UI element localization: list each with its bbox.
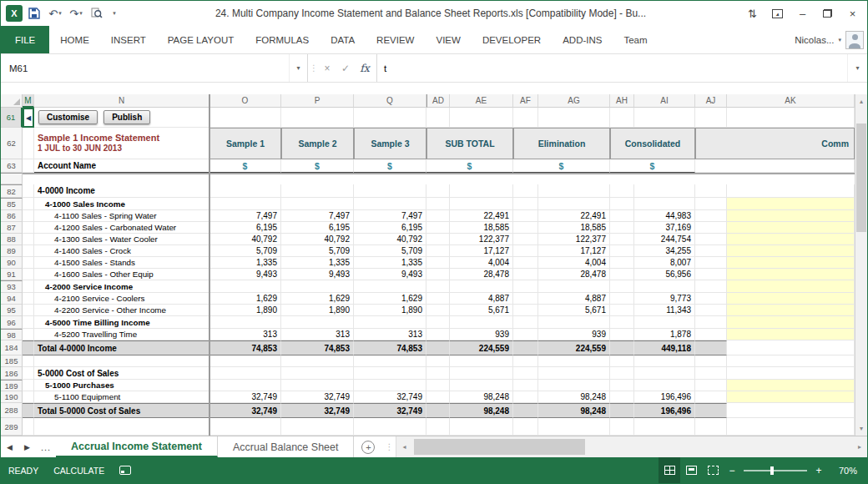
cell[interactable] bbox=[727, 355, 855, 367]
report-column-header[interactable]: Elimination bbox=[513, 128, 610, 159]
cell[interactable] bbox=[354, 184, 426, 198]
cell[interactable] bbox=[513, 222, 538, 234]
account-cell[interactable]: 4-2200 Service - Other Income bbox=[34, 305, 209, 316]
cell[interactable] bbox=[281, 418, 354, 436]
report-column-header[interactable]: Sample 1 bbox=[209, 128, 281, 159]
value-cell[interactable]: 1,629 bbox=[281, 293, 354, 305]
cell[interactable] bbox=[209, 355, 281, 367]
cell[interactable] bbox=[23, 316, 34, 329]
dollar-cell[interactable]: $ bbox=[209, 159, 281, 173]
cell[interactable] bbox=[513, 316, 538, 329]
value-cell[interactable]: 32,749 bbox=[354, 391, 426, 403]
cell[interactable] bbox=[634, 198, 695, 210]
row-header[interactable]: 93 bbox=[1, 280, 23, 293]
value-cell[interactable]: 28,478 bbox=[450, 269, 513, 280]
value-cell[interactable]: 56,956 bbox=[634, 269, 695, 280]
total-value-cell[interactable]: 74,853 bbox=[209, 340, 281, 355]
cell[interactable] bbox=[23, 257, 34, 269]
value-cell[interactable]: 34,255 bbox=[634, 245, 695, 257]
value-cell[interactable]: 40,792 bbox=[209, 234, 281, 245]
column-header-AJ[interactable]: AJ bbox=[695, 94, 727, 108]
cell[interactable] bbox=[281, 280, 354, 293]
cell[interactable] bbox=[354, 367, 426, 380]
comment-cell[interactable] bbox=[727, 380, 855, 391]
comment-cell[interactable] bbox=[727, 257, 855, 269]
cell[interactable] bbox=[23, 245, 34, 257]
cell[interactable] bbox=[695, 280, 727, 293]
account-cell[interactable]: 4-1200 Sales - Carbonated Water bbox=[34, 222, 209, 234]
undo-button[interactable]: ↶▾ bbox=[46, 4, 64, 23]
account-name-header[interactable]: Account Name bbox=[34, 159, 209, 173]
cell[interactable] bbox=[727, 108, 855, 128]
cell[interactable] bbox=[513, 245, 538, 257]
cell[interactable] bbox=[695, 391, 727, 403]
value-cell[interactable]: 17,127 bbox=[450, 245, 513, 257]
cell[interactable] bbox=[513, 184, 538, 198]
excel-logo-icon[interactable]: X bbox=[6, 5, 23, 22]
value-cell[interactable]: 44,983 bbox=[634, 210, 695, 222]
sheet-nav-right-icon[interactable]: ▶ bbox=[18, 436, 36, 457]
cell[interactable] bbox=[281, 198, 354, 210]
cell[interactable] bbox=[426, 316, 450, 329]
comment-cell[interactable] bbox=[727, 329, 855, 340]
row-header[interactable]: 89 bbox=[1, 245, 23, 257]
account-cell[interactable]: 4-1400 Sales - Crock bbox=[34, 245, 209, 257]
cell[interactable] bbox=[281, 316, 354, 329]
select-all-corner[interactable] bbox=[1, 94, 23, 108]
cell[interactable] bbox=[450, 280, 513, 293]
cell[interactable] bbox=[513, 280, 538, 293]
total-label-cell[interactable]: Total 4-0000 Income bbox=[34, 340, 209, 355]
value-cell[interactable]: 1,335 bbox=[281, 257, 354, 269]
value-cell[interactable]: 40,792 bbox=[354, 234, 426, 245]
cell[interactable] bbox=[281, 380, 354, 391]
row-header[interactable] bbox=[1, 173, 23, 184]
column-header-AH[interactable]: AH bbox=[610, 94, 634, 108]
cell[interactable] bbox=[538, 198, 610, 210]
vertical-scroll-thumb[interactable] bbox=[856, 124, 866, 232]
cell[interactable] bbox=[695, 293, 727, 305]
cell[interactable] bbox=[23, 329, 34, 340]
cell[interactable] bbox=[610, 329, 634, 340]
cell[interactable] bbox=[634, 316, 695, 329]
row-header[interactable]: 184 bbox=[1, 340, 23, 355]
user-name[interactable]: Nicolas... bbox=[795, 35, 834, 45]
row-header[interactable]: 63 bbox=[1, 159, 23, 173]
cell[interactable] bbox=[23, 403, 34, 418]
value-cell[interactable]: 313 bbox=[354, 329, 426, 340]
value-cell[interactable]: 18,585 bbox=[538, 222, 610, 234]
cell[interactable] bbox=[209, 316, 281, 329]
cell[interactable] bbox=[513, 340, 538, 355]
row-header[interactable]: 190 bbox=[1, 391, 23, 403]
cell[interactable] bbox=[23, 293, 34, 305]
report-column-header[interactable]: SUB TOTAL bbox=[426, 128, 513, 159]
total-label-cell[interactable]: Total 5-0000 Cost of Sales bbox=[34, 403, 209, 418]
report-column-header[interactable]: Sample 2 bbox=[281, 128, 354, 159]
column-header-P[interactable]: P bbox=[281, 94, 354, 108]
value-cell[interactable]: 9,493 bbox=[281, 269, 354, 280]
row-header[interactable]: 85 bbox=[1, 198, 23, 210]
cell[interactable] bbox=[209, 108, 281, 128]
ribbon-tab-data[interactable]: DATA bbox=[320, 26, 366, 53]
account-cell[interactable]: 4-1500 Sales - Stands bbox=[34, 257, 209, 269]
cell[interactable] bbox=[513, 403, 538, 418]
cell[interactable] bbox=[610, 245, 634, 257]
cell[interactable] bbox=[209, 367, 281, 380]
value-cell[interactable]: 18,585 bbox=[450, 222, 513, 234]
cell[interactable] bbox=[513, 257, 538, 269]
cell[interactable] bbox=[450, 198, 513, 210]
cell[interactable] bbox=[426, 329, 450, 340]
cell[interactable] bbox=[23, 210, 34, 222]
column-header-AG[interactable]: AG bbox=[538, 94, 610, 108]
new-sheet-button[interactable]: + bbox=[354, 436, 382, 457]
cell[interactable] bbox=[23, 269, 34, 280]
value-cell[interactable]: 98,248 bbox=[538, 391, 610, 403]
qat-dropdown-icon[interactable]: ▾ bbox=[108, 10, 120, 17]
comment-cell[interactable] bbox=[727, 293, 855, 305]
cell[interactable] bbox=[450, 380, 513, 391]
value-cell[interactable]: 9,493 bbox=[354, 269, 426, 280]
value-cell[interactable]: 32,749 bbox=[281, 391, 354, 403]
value-cell[interactable]: 5,671 bbox=[450, 305, 513, 316]
cell[interactable] bbox=[538, 316, 610, 329]
cell[interactable] bbox=[695, 269, 727, 280]
comment-cell[interactable] bbox=[727, 269, 855, 280]
